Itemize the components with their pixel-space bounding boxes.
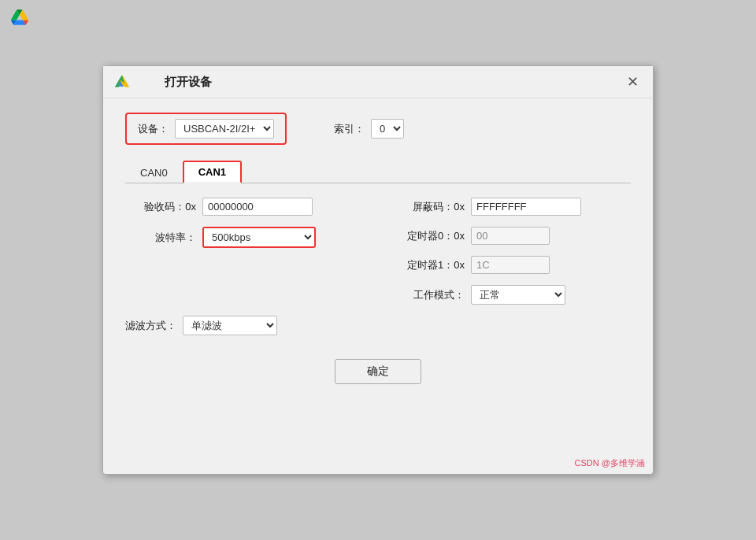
timer0-row: 定时器0：0x	[394, 227, 631, 245]
drive-icon	[114, 74, 130, 90]
dialog-title: 打开设备	[165, 75, 617, 90]
baud-rate-wrapper: 125kbps 250kbps 500kbps 1000kbps	[202, 227, 316, 248]
timer1-row: 定时器1：0x	[394, 256, 631, 274]
tab-can0[interactable]: CAN0	[125, 162, 183, 183]
google-drive-icon	[11, 9, 28, 26]
work-mode-select[interactable]: 正常 只听 自发自收	[471, 285, 565, 305]
tabs-row: CAN0 CAN1	[125, 161, 631, 183]
index-select[interactable]: 0 1 2 3	[371, 119, 404, 139]
left-fields: 验收码：0x 波特率： 125kbps 250kbps 500kbps 1000…	[125, 198, 362, 305]
device-row: 设备： USBCAN-2I/2I+ USBCAN-2E/U USBCAN-4E-…	[125, 113, 631, 145]
close-button[interactable]: ✕	[624, 75, 642, 89]
device-section: 设备： USBCAN-2I/2I+ USBCAN-2E/U USBCAN-4E-…	[125, 113, 287, 145]
dialog-body: 设备： USBCAN-2I/2I+ USBCAN-2E/U USBCAN-4E-…	[103, 98, 653, 454]
recv-code-input[interactable]	[202, 198, 313, 216]
open-device-dialog: 打开设备 ✕ 设备： USBCAN-2I/2I+ USBCAN-2E/U USB…	[102, 65, 654, 475]
timer0-input[interactable]	[471, 227, 550, 245]
fields-area: 验收码：0x 波特率： 125kbps 250kbps 500kbps 1000…	[125, 198, 631, 305]
index-label: 索引：	[334, 122, 365, 136]
mask-code-row: 屏蔽码：0x	[394, 198, 631, 216]
filter-select[interactable]: 单滤波 双滤波	[183, 316, 277, 335]
tab-can1[interactable]: CAN1	[183, 161, 242, 183]
baud-rate-label: 波特率：	[125, 231, 196, 245]
confirm-row: 确定	[125, 359, 631, 384]
device-label: 设备：	[138, 122, 169, 136]
watermark-text: CSDN @多维学涵	[575, 458, 645, 468]
device-select[interactable]: USBCAN-2I/2I+ USBCAN-2E/U USBCAN-4E-U	[175, 119, 274, 139]
filter-label: 滤波方式：	[125, 319, 176, 333]
work-mode-row: 工作模式： 正常 只听 自发自收	[394, 285, 631, 305]
baud-rate-select[interactable]: 125kbps 250kbps 500kbps 1000kbps	[204, 228, 314, 246]
filter-row: 滤波方式： 单滤波 双滤波	[125, 316, 631, 335]
work-mode-label: 工作模式：	[394, 288, 465, 302]
title-bar: 打开设备 ✕	[103, 66, 653, 98]
mask-code-input[interactable]	[471, 198, 581, 216]
timer1-label: 定时器1：0x	[394, 258, 465, 272]
recv-code-label: 验收码：0x	[125, 200, 196, 214]
recv-code-row: 验收码：0x	[125, 198, 362, 216]
index-section: 索引： 0 1 2 3	[334, 119, 404, 139]
timer1-input[interactable]	[471, 256, 550, 274]
mask-code-label: 屏蔽码：0x	[394, 200, 465, 214]
confirm-button[interactable]: 确定	[335, 359, 421, 384]
timer0-label: 定时器0：0x	[394, 229, 465, 243]
watermark: CSDN @多维学涵	[103, 454, 653, 474]
right-fields: 屏蔽码：0x 定时器0：0x 定时器1：0x 工作模式： 正常	[394, 198, 631, 305]
baud-rate-row: 波特率： 125kbps 250kbps 500kbps 1000kbps	[125, 227, 362, 248]
